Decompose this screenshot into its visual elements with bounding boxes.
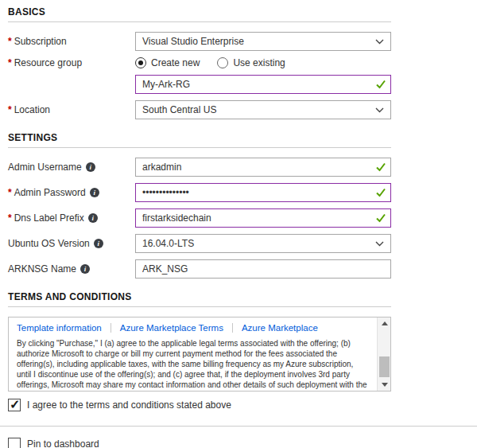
section-terms: TERMS AND CONDITIONS Template informatio…: [8, 291, 391, 411]
location-select[interactable]: South Central US: [135, 100, 391, 119]
subscription-value: Visual Studio Enterprise: [142, 36, 244, 47]
agree-checkbox[interactable]: [8, 399, 21, 411]
section-title-basics: BASICS: [8, 6, 391, 18]
resource-group-label: Resource group: [8, 57, 135, 68]
resource-group-name-input[interactable]: [135, 75, 391, 94]
agree-checkbox-row[interactable]: I agree to the terms and conditions stat…: [8, 399, 391, 411]
info-icon[interactable]: [94, 239, 103, 248]
valid-check-icon: [376, 189, 386, 197]
admin-username-label: Admin Username: [8, 162, 135, 173]
required-asterisk: [8, 187, 14, 198]
radio-create-new[interactable]: Create new: [135, 57, 200, 68]
location-label: Location: [8, 104, 135, 115]
section-title-terms: TERMS AND CONDITIONS: [8, 291, 391, 302]
valid-check-icon: [376, 163, 386, 172]
admin-username-row: Admin Username: [8, 158, 391, 177]
admin-password-input[interactable]: [135, 183, 391, 202]
pin-to-dashboard-row[interactable]: Pin to dashboard: [8, 438, 391, 448]
section-divider: [8, 306, 391, 307]
admin-password-row: Admin Password: [8, 183, 391, 202]
scrollbar-thumb[interactable]: [379, 356, 390, 377]
subscription-select[interactable]: Visual Studio Enterprise: [135, 32, 391, 51]
footer-divider: [0, 426, 477, 427]
section-divider: [8, 147, 391, 148]
ubuntu-os-version-select[interactable]: 16.04.0-LTS: [135, 234, 391, 253]
chevron-down-icon: [375, 107, 384, 113]
chevron-down-icon: [375, 241, 384, 247]
required-asterisk: [8, 212, 14, 224]
required-asterisk: [8, 57, 14, 68]
ubuntu-os-version-value: 16.04.0-LTS: [142, 238, 194, 249]
admin-password-label: Admin Password: [8, 187, 135, 198]
agree-label: I agree to the terms and conditions stat…: [27, 399, 231, 411]
arknsg-name-row: ARKNSG Name: [8, 259, 391, 279]
terms-links: Template information Azure Marketplace T…: [17, 323, 370, 333]
scroll-up-icon[interactable]: [378, 317, 391, 329]
subscription-label: Subscription: [8, 36, 135, 47]
location-value: South Central US: [142, 104, 216, 115]
info-icon[interactable]: [80, 264, 90, 274]
required-asterisk: [8, 36, 14, 47]
ubuntu-os-version-row: Ubuntu OS Version 16.04.0-LTS: [8, 234, 391, 253]
info-icon[interactable]: [90, 188, 99, 197]
terms-box: Template information Azure Marketplace T…: [8, 317, 391, 392]
terms-body-text: By clicking "Purchase," I (a) agree to t…: [17, 338, 370, 392]
info-icon[interactable]: [86, 162, 95, 172]
link-template-information[interactable]: Template information: [17, 323, 102, 333]
radio-selected-icon[interactable]: [135, 57, 146, 68]
link-azure-marketplace[interactable]: Azure Marketplace: [232, 323, 318, 333]
section-settings: SETTINGS Admin Username Admin Passw: [8, 132, 391, 279]
info-icon[interactable]: [88, 213, 98, 223]
valid-check-icon: [376, 80, 386, 89]
deployment-form: BASICS Subscription Visual Studio Enterp…: [0, 0, 477, 448]
chevron-down-icon: [375, 39, 384, 45]
valid-check-icon: [376, 214, 386, 223]
radio-use-existing[interactable]: Use existing: [217, 57, 285, 68]
arknsg-name-label: ARKNSG Name: [8, 263, 135, 275]
subscription-row: Subscription Visual Studio Enterprise: [8, 32, 391, 51]
section-basics: BASICS Subscription Visual Studio Enterp…: [8, 6, 391, 119]
location-row: Location South Central US: [8, 100, 391, 119]
section-divider: [8, 21, 391, 22]
dns-label-prefix-row: Dns Label Prefix: [8, 208, 391, 228]
required-asterisk: [8, 104, 14, 115]
radio-use-existing-label: Use existing: [233, 57, 285, 68]
link-azure-marketplace-terms[interactable]: Azure Marketplace Terms: [111, 323, 223, 333]
radio-unselected-icon[interactable]: [217, 57, 228, 68]
admin-username-input[interactable]: [135, 158, 391, 177]
radio-create-new-label: Create new: [151, 57, 200, 68]
ubuntu-os-version-label: Ubuntu OS Version: [8, 238, 135, 249]
resource-group-row: Resource group Create new Use existing: [8, 57, 391, 68]
section-title-settings: SETTINGS: [8, 132, 391, 143]
dns-label-prefix-label: Dns Label Prefix: [8, 212, 135, 224]
terms-scrollbar[interactable]: [377, 317, 390, 391]
dns-label-prefix-input[interactable]: [135, 208, 391, 228]
arknsg-name-input[interactable]: [135, 259, 391, 279]
resource-group-name-row: [8, 75, 391, 94]
pin-label: Pin to dashboard: [27, 438, 99, 448]
pin-checkbox[interactable]: [8, 438, 21, 448]
scroll-down-icon[interactable]: [378, 379, 391, 391]
